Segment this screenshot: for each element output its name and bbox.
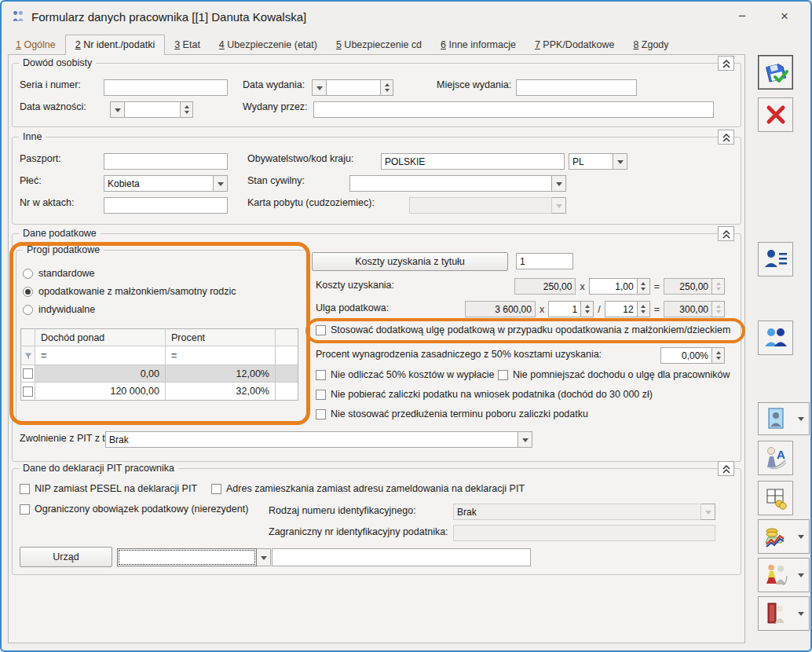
checkbox-ograniczony-obowiazek[interactable]: Ograniczony obowiązek podatkowy (nierezy… — [20, 504, 248, 515]
checkbox-stosowac-dodatkowa-ulge[interactable]: Stosować dodatkową ulgę podatkową w przy… — [316, 324, 730, 335]
data-wydania-spinner[interactable] — [381, 79, 393, 96]
zwolnienie-pit-dropdown-arrow[interactable] — [518, 431, 532, 448]
kod-kraju-dropdown-arrow[interactable] — [613, 153, 627, 170]
paszport-input[interactable] — [104, 153, 228, 170]
collapse-section-button[interactable] — [718, 56, 734, 71]
checkbox-nip-zamiast-pesel[interactable]: NIP zamiast PESEL na deklaracji PIT — [20, 483, 197, 494]
procent-wynagrodzenia-spinner[interactable] — [712, 347, 725, 364]
radio-icon-selected[interactable] — [23, 287, 33, 297]
tab-nr-ident-podatki[interactable]: 2 Nr ident./podatki — [65, 35, 165, 55]
checkbox-nie-stosowac-przedluzenia[interactable]: Nie stosować przedłużenia terminu poboru… — [316, 408, 588, 419]
close-button[interactable]: × — [773, 6, 796, 27]
nr-w-aktach-input[interactable] — [104, 197, 228, 214]
checkbox-nie-pobierac[interactable]: Nie pobierać zaliczki podatku na wniosek… — [316, 389, 653, 400]
rodzaj-numeru-label: Rodzaj numeru identyfikacyjnego: — [269, 505, 416, 516]
urzad-button[interactable]: Urząd — [20, 547, 112, 567]
payments-grid-button[interactable] — [758, 481, 793, 515]
radio-icon[interactable] — [23, 269, 33, 279]
radio-indywidualne[interactable]: indywidualne — [23, 304, 95, 315]
checkbox-icon[interactable] — [211, 484, 221, 494]
checkbox-icon[interactable] — [498, 370, 508, 380]
radio-standardowe[interactable]: standardowe — [23, 268, 95, 279]
table-row[interactable]: 0,00 12,00% — [21, 365, 298, 383]
salary-history-dropdown-arrow[interactable] — [792, 519, 810, 554]
data-wydania-calendar-arrow[interactable] — [312, 79, 326, 96]
tab-ppk-dodatkowe[interactable]: 7 PPK/Dodatkowe — [525, 35, 624, 55]
koszty-base-field: 250,00 — [514, 278, 576, 295]
ulga-dzielnik-input[interactable]: 12 — [605, 301, 638, 317]
data-wydania-input[interactable] — [326, 79, 381, 96]
tab-ubezpieczenie-cd[interactable]: 5 Ubezpieczenie cd — [327, 35, 431, 55]
checkbox-icon[interactable] — [316, 370, 326, 380]
ulga-mnoznik-input[interactable]: 1 — [548, 301, 581, 317]
seria-numer-input[interactable] — [104, 79, 228, 96]
filter-funnel-icon[interactable] — [21, 346, 35, 364]
tab-ogolne[interactable]: 1 Ogólne — [6, 35, 65, 55]
urzad-nazwa-input[interactable] — [272, 548, 531, 566]
filter-dochod[interactable]: = — [35, 346, 166, 364]
checkbox-nie-odliczac[interactable]: Nie odliczać 50% kosztów w wypłacie — [316, 369, 494, 380]
photo-dropdown-arrow[interactable] — [792, 402, 810, 435]
stan-cywilny-select[interactable] — [349, 175, 552, 192]
employee-card-button[interactable] — [758, 242, 793, 277]
family-members-button[interactable] — [758, 558, 793, 592]
absence-button[interactable] — [758, 596, 793, 631]
checkbox-icon[interactable] — [20, 504, 30, 515]
wydany-przez-label: Wydany przez: — [243, 101, 308, 112]
personnel-record-button[interactable]: A — [758, 441, 793, 475]
obywatelstwo-input[interactable]: POLSKIE — [381, 153, 565, 170]
radio-opodatkowanie-z-malzonkiem[interactable]: opodatkowanie z małżonkiem/samotny rodzi… — [23, 286, 236, 297]
checkbox-icon[interactable] — [316, 409, 326, 419]
urzad-dropdown-arrow[interactable] — [257, 548, 271, 566]
kod-kraju-input[interactable]: PL — [569, 153, 613, 170]
tab-inne-informacje[interactable]: 6 Inne informacje — [431, 35, 525, 55]
wydany-przez-input[interactable] — [313, 101, 714, 118]
checkbox-nie-pomniejszac[interactable]: Nie pomniejszać dochodu o ulgę dla praco… — [498, 369, 730, 380]
ulga-mnoznik-spinner[interactable] — [581, 301, 594, 317]
collapse-section-button[interactable] — [718, 461, 734, 476]
tab-ubezpieczenie-etat[interactable]: 4 Ubezpieczenie (etat) — [210, 35, 327, 55]
obywatelstwo-label: Obywatelstwo/kod kraju: — [247, 153, 353, 164]
data-waznosci-calendar-arrow[interactable] — [110, 101, 124, 118]
save-button[interactable] — [758, 55, 793, 90]
checkbox-icon[interactable] — [316, 390, 326, 400]
coins-chart-icon — [763, 524, 788, 549]
koszty-mnoznik-spinner[interactable] — [638, 278, 650, 295]
tab-zgody[interactable]: 8 Zgody — [624, 35, 678, 55]
collapse-section-button[interactable] — [718, 130, 734, 145]
procent-wynagrodzenia-input[interactable]: 0,00% — [660, 347, 712, 364]
data-waznosci-spinner[interactable] — [181, 101, 193, 118]
photo-button[interactable] — [758, 402, 793, 435]
family-members-dropdown-arrow[interactable] — [792, 558, 810, 592]
checkbox-adres-zamieszkania[interactable]: Adres zamieszkania zamiast adresu zameld… — [211, 483, 525, 494]
miejsce-wydania-input[interactable] — [516, 79, 637, 96]
plec-select[interactable]: Kobieta — [104, 175, 214, 192]
urzad-select[interactable] — [117, 548, 257, 566]
row-checkbox[interactable] — [23, 386, 33, 397]
zwolnienie-pit-select[interactable]: Brak — [105, 431, 518, 448]
radio-icon[interactable] — [23, 305, 33, 315]
plec-dropdown-arrow[interactable] — [214, 175, 228, 192]
filter-procent[interactable]: = — [166, 346, 276, 364]
tab-etat[interactable]: 3 Etat — [165, 35, 210, 55]
col-procent[interactable]: Procent — [166, 329, 276, 346]
col-dochod-ponad[interactable]: Dochód ponad — [35, 329, 166, 346]
data-waznosci-input[interactable] — [124, 101, 181, 118]
checkbox-icon[interactable] — [316, 325, 326, 335]
checkbox-icon[interactable] — [20, 484, 30, 494]
koszty-mnoznik-input[interactable]: 1,00 — [589, 278, 638, 295]
rodzaj-numeru-select: Brak — [453, 504, 701, 520]
cancel-button[interactable] — [758, 97, 793, 132]
ulga-dzielnik-spinner[interactable] — [638, 301, 650, 317]
minimize-button[interactable]: − — [730, 6, 754, 27]
absence-dropdown-arrow[interactable] — [792, 596, 810, 631]
row-checkbox[interactable] — [23, 368, 33, 379]
employees-list-button[interactable] — [758, 321, 793, 355]
koszty-uzyskania-label: Koszty uzyskania: — [316, 280, 394, 291]
koszty-uzyskania-z-tytulu-button[interactable]: Koszty uzyskania z tytułu — [312, 252, 508, 271]
collapse-section-button[interactable] — [718, 226, 734, 241]
table-row[interactable]: 120 000,00 32,00% — [21, 383, 298, 400]
stan-cywilny-dropdown-arrow[interactable] — [552, 175, 566, 192]
koszty-tytul-input[interactable]: 1 — [516, 253, 573, 269]
salary-history-button[interactable] — [758, 519, 793, 554]
